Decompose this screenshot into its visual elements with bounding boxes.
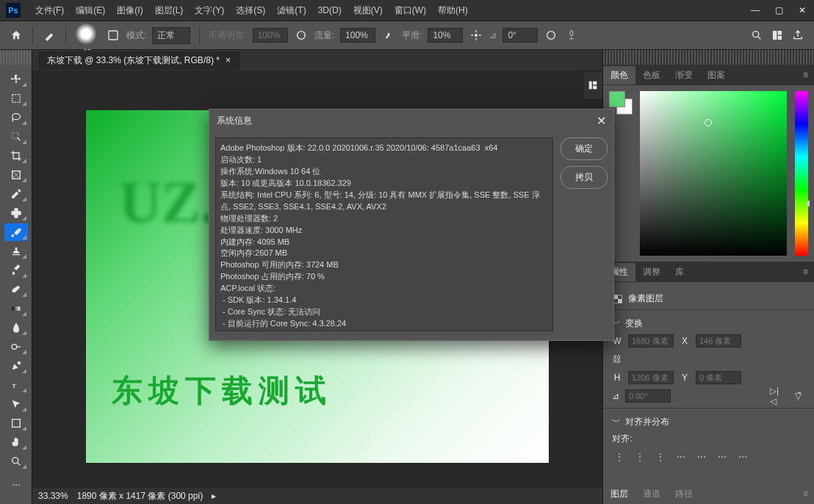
tab-调整[interactable]: 调整 bbox=[635, 263, 668, 281]
eraser-tool[interactable] bbox=[4, 281, 28, 298]
x-input[interactable] bbox=[696, 334, 741, 348]
tab-通道[interactable]: 通道 bbox=[635, 485, 668, 503]
frame-tool[interactable] bbox=[4, 166, 28, 184]
mode-select[interactable]: 正常 bbox=[152, 27, 190, 44]
home-icon[interactable] bbox=[9, 28, 24, 43]
document-tab[interactable]: 东坡下载 @ 33.3% (东坡下载测试, RGB/8) * × bbox=[38, 51, 239, 70]
history-brush-tool[interactable] bbox=[4, 262, 28, 279]
gradient-tool[interactable] bbox=[4, 300, 28, 317]
zoom-value[interactable]: 33.33% bbox=[38, 491, 68, 501]
lasso-tool[interactable] bbox=[4, 109, 28, 126]
menu-窗口(W)[interactable]: 窗口(W) bbox=[389, 2, 432, 18]
close-tab-icon[interactable]: × bbox=[226, 55, 231, 65]
height-input[interactable] bbox=[628, 371, 674, 384]
panel-menu-icon[interactable]: ≡ bbox=[803, 489, 808, 499]
pressure-opacity-icon[interactable] bbox=[294, 28, 309, 43]
share-icon[interactable] bbox=[790, 28, 805, 43]
panel-menu-icon[interactable]: ≡ bbox=[803, 70, 808, 80]
dialog-close-icon[interactable]: ✕ bbox=[597, 114, 606, 128]
width-input[interactable] bbox=[628, 334, 674, 348]
zoom-tool[interactable] bbox=[4, 453, 28, 470]
copy-button[interactable]: 拷贝 bbox=[561, 166, 608, 189]
align-section[interactable]: ﹀对齐并分布 bbox=[612, 416, 805, 428]
layer-type-row: 像素图层 bbox=[612, 292, 805, 305]
svg-rect-8 bbox=[12, 95, 20, 103]
move-tool[interactable] bbox=[4, 71, 28, 88]
panel-menu-icon[interactable]: ≡ bbox=[803, 267, 808, 277]
shape-tool[interactable] bbox=[4, 414, 28, 432]
menu-文件(F)[interactable]: 文件(F) bbox=[29, 2, 70, 18]
color-field[interactable] bbox=[640, 91, 787, 256]
align-left-icon[interactable]: ⋮ bbox=[612, 450, 627, 464]
tab-渐变[interactable]: 渐变 bbox=[668, 66, 700, 84]
menu-编辑(E)[interactable]: 编辑(E) bbox=[70, 2, 111, 18]
fg-color-swatch[interactable] bbox=[609, 91, 625, 107]
flip-v-icon[interactable]: ▽̄ bbox=[790, 389, 805, 403]
align-label: 对齐: bbox=[612, 433, 632, 445]
tab-图层[interactable]: 图层 bbox=[603, 485, 635, 503]
panel-dock-icon[interactable] bbox=[583, 71, 603, 100]
doc-dimensions: 1890 像素 x 1417 像素 (300 ppi) bbox=[77, 490, 203, 503]
minimize-button[interactable]: — bbox=[749, 4, 761, 16]
tab-颜色[interactable]: 颜色 bbox=[603, 66, 635, 84]
menu-图像(I)[interactable]: 图像(I) bbox=[111, 2, 148, 18]
tab-图案[interactable]: 图案 bbox=[700, 66, 732, 84]
angle-input[interactable]: 0° bbox=[503, 28, 538, 43]
close-button[interactable]: ✕ bbox=[796, 4, 808, 16]
align-top-icon[interactable]: ⋯ bbox=[674, 450, 688, 464]
tab-路径[interactable]: 路径 bbox=[668, 485, 700, 503]
blur-tool[interactable] bbox=[4, 319, 28, 336]
brush-preview[interactable]: 55 bbox=[75, 23, 100, 48]
marquee-tool[interactable] bbox=[4, 90, 28, 107]
menu-文字(Y)[interactable]: 文字(Y) bbox=[189, 2, 230, 18]
align-right-icon[interactable]: ⋮ bbox=[653, 450, 668, 464]
transform-section[interactable]: ﹀变换 bbox=[612, 317, 805, 330]
align-vc-icon[interactable]: ⋯ bbox=[694, 450, 709, 464]
pressure-size-icon[interactable] bbox=[544, 28, 558, 43]
path-select-tool[interactable] bbox=[4, 395, 28, 413]
pen-tool[interactable] bbox=[4, 357, 28, 375]
brush-panel-icon[interactable] bbox=[106, 28, 120, 43]
system-info-text[interactable]: Adobe Photoshop 版本: 22.0.0 20201006.r.35… bbox=[215, 137, 553, 331]
dodge-tool[interactable] bbox=[4, 338, 28, 356]
menu-滤镜(T)[interactable]: 滤镜(T) bbox=[271, 2, 311, 18]
tool-preset-icon[interactable] bbox=[42, 28, 57, 43]
y-input[interactable] bbox=[696, 371, 741, 384]
workspace-icon[interactable] bbox=[770, 28, 785, 43]
hand-tool[interactable] bbox=[4, 433, 28, 451]
maximize-button[interactable]: ▢ bbox=[773, 4, 785, 16]
eyedropper-tool[interactable] bbox=[4, 185, 28, 203]
menu-选择(S)[interactable]: 选择(S) bbox=[230, 2, 271, 18]
menu-视图(V)[interactable]: 视图(V) bbox=[347, 2, 389, 18]
smooth-options-icon[interactable] bbox=[469, 28, 483, 43]
ok-button[interactable]: 确定 bbox=[561, 137, 608, 160]
tab-库[interactable]: 库 bbox=[668, 263, 691, 281]
flip-h-icon[interactable]: ▷|◁ bbox=[770, 389, 785, 403]
align-more-icon[interactable]: ⋯ bbox=[735, 450, 750, 464]
smooth-input[interactable]: 10% bbox=[428, 28, 463, 43]
crop-tool[interactable] bbox=[4, 147, 28, 165]
type-tool[interactable]: T bbox=[4, 376, 28, 394]
align-hc-icon[interactable]: ⋮ bbox=[633, 450, 647, 464]
symmetry-icon[interactable] bbox=[564, 28, 579, 43]
status-arrow-icon[interactable]: ▸ bbox=[212, 491, 216, 501]
airbrush-icon[interactable] bbox=[381, 28, 396, 43]
hue-strip[interactable] bbox=[795, 91, 808, 256]
app-logo: Ps bbox=[6, 3, 21, 18]
healing-tool[interactable] bbox=[4, 204, 28, 222]
align-bottom-icon[interactable]: ⋯ bbox=[715, 450, 730, 464]
tab-色板[interactable]: 色板 bbox=[635, 66, 668, 84]
rotation-input[interactable] bbox=[625, 389, 671, 403]
document-tab-title: 东坡下载 @ 33.3% (东坡下载测试, RGB/8) * bbox=[47, 54, 220, 67]
link-wh-icon[interactable]: ⛓ bbox=[612, 352, 622, 367]
edit-toolbar-icon[interactable]: ⋯ bbox=[4, 476, 28, 494]
quick-select-tool[interactable] bbox=[4, 128, 28, 145]
menu-3D(D)[interactable]: 3D(D) bbox=[312, 2, 347, 18]
menu-图层(L)[interactable]: 图层(L) bbox=[149, 2, 190, 18]
flow-input[interactable]: 100% bbox=[340, 28, 375, 43]
brush-tool[interactable] bbox=[4, 223, 28, 241]
opacity-input[interactable]: 100% bbox=[253, 28, 288, 43]
search-icon[interactable] bbox=[749, 28, 764, 43]
stamp-tool[interactable] bbox=[4, 242, 28, 260]
menu-帮助(H)[interactable]: 帮助(H) bbox=[432, 2, 474, 18]
